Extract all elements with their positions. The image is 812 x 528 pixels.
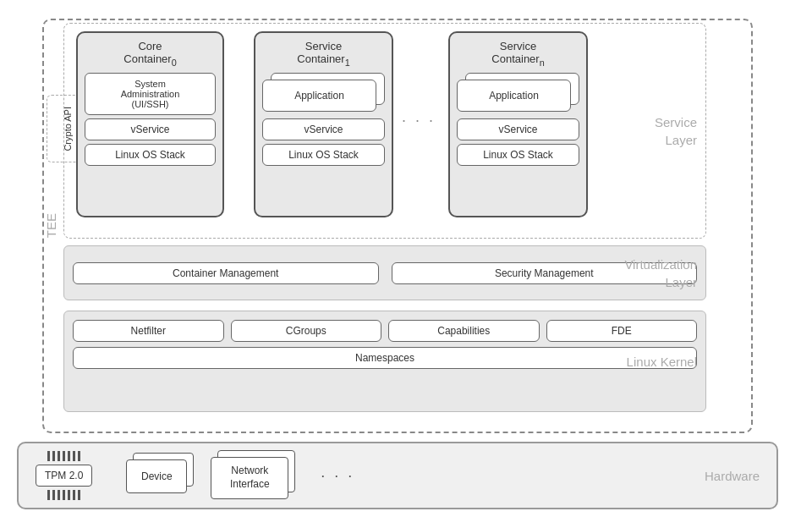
app-stack-1: Application <box>262 73 385 115</box>
hardware-dots-separator: · · · <box>312 467 363 485</box>
service-container-n-box: ServiceContainern Application vService L… <box>448 31 588 217</box>
tee-label: TEE <box>44 213 58 238</box>
vservice-core-box: vService <box>85 118 216 140</box>
tpm-line <box>58 451 60 461</box>
app-stack-n: Application <box>457 73 579 115</box>
netfilter-box: Netfilter <box>73 320 224 342</box>
tpm-line <box>47 490 50 500</box>
service-layer-label: ServiceLayer <box>655 113 697 149</box>
tpm-line <box>52 490 55 500</box>
hardware-box: TPM 2.0 Device NetworkInterface · · · Ha… <box>17 442 778 509</box>
service-container-1-title: ServiceContainer1 <box>262 40 385 68</box>
tpm-line <box>63 451 65 461</box>
tpm-lines-top <box>47 451 80 461</box>
linux-os-1-box: Linux OS Stack <box>262 144 385 166</box>
tpm-line <box>47 451 50 461</box>
core-container-box: CoreContainer0 SystemAdministration(UI/S… <box>76 31 224 217</box>
virt-layer-label: VirtualizationLayer <box>624 256 697 291</box>
device-stack: Device <box>126 453 194 499</box>
tpm-line <box>63 490 65 500</box>
linux-os-core-box: Linux OS Stack <box>85 144 216 166</box>
service-container-n-title: ServiceContainern <box>457 40 579 68</box>
capabilities-box: Capabilities <box>388 320 540 342</box>
tpm-line <box>68 490 70 500</box>
tpm-chip: TPM 2.0 <box>36 465 92 487</box>
core-container-title: CoreContainer0 <box>85 40 216 68</box>
sys-admin-box: SystemAdministration(UI/SSH) <box>85 73 216 115</box>
fde-box: FDE <box>546 320 698 342</box>
tpm-line <box>73 490 75 500</box>
linux-kernel-label: Linux Kernel <box>627 355 697 369</box>
network-interface-stack: NetworkInterface <box>211 450 295 501</box>
vservice-1-box: vService <box>262 118 385 140</box>
service-container-1-box: ServiceContainer1 Application vService L… <box>254 31 393 217</box>
tpm-box: TPM 2.0 <box>36 451 92 500</box>
device-front: Device <box>126 459 187 493</box>
tpm-line <box>52 451 55 461</box>
netif-front: NetworkInterface <box>211 457 288 499</box>
namespaces-box: Namespaces <box>73 347 697 369</box>
linux-os-n-box: Linux OS Stack <box>457 144 579 166</box>
tpm-line <box>68 451 70 461</box>
tpm-line <box>73 451 75 461</box>
tpm-line <box>58 490 60 500</box>
tpm-line <box>78 490 80 500</box>
tpm-line <box>78 451 80 461</box>
cgroups-box: CGroups <box>231 320 382 342</box>
architecture-diagram: TEE Crypto API ServiceLayer CoreContaine… <box>17 10 795 518</box>
tpm-lines-bottom <box>47 490 80 500</box>
app-box-front-n: Application <box>457 80 571 112</box>
container-mgmt-box: Container Management <box>73 262 379 284</box>
hardware-label: Hardware <box>705 469 760 483</box>
vservice-n-box: vService <box>457 118 579 140</box>
container-dots-separator: · · · <box>402 112 436 129</box>
virt-layer-box: Container Management Security Management… <box>63 245 706 300</box>
linux-kernel-box: Netfilter CGroups Capabilities FDE Names… <box>63 311 706 412</box>
app-box-front-1: Application <box>262 80 376 112</box>
kernel-top-row: Netfilter CGroups Capabilities FDE <box>73 320 697 342</box>
